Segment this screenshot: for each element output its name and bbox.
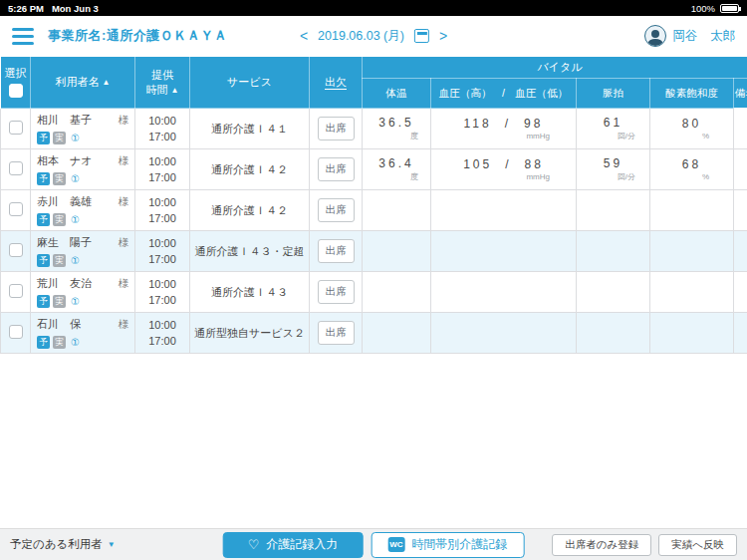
- cell-attendance: 出席: [310, 231, 363, 272]
- table-header: 選択 利用者名 ▲ 提供 時間 ▲ サービス 出欠: [1, 57, 747, 109]
- sort-arrow-icon: ▲: [171, 86, 179, 95]
- actual-badge: 実: [53, 254, 66, 267]
- cell-notes: [734, 109, 747, 149]
- plan-badge: 予: [37, 336, 50, 349]
- row-checkbox[interactable]: [9, 325, 23, 339]
- user-full-name: 石川 保: [37, 317, 81, 332]
- attendance-button[interactable]: 出席: [318, 198, 355, 222]
- cell-blood-pressure: [431, 272, 577, 313]
- cell-notes: [734, 190, 747, 231]
- cell-time: 10:00 17:00: [135, 313, 190, 354]
- bp-unit: mmHg: [431, 172, 576, 181]
- user-filter-label: 予定のある利用者: [10, 537, 103, 552]
- bp-low-value: 88: [525, 157, 544, 171]
- temperature-unit: 度: [363, 171, 430, 182]
- row-checkbox[interactable]: [9, 284, 23, 298]
- register-attendees-only-button[interactable]: 出席者のみ登録: [552, 534, 651, 556]
- row-checkbox[interactable]: [9, 161, 23, 175]
- plan-badge: 予: [37, 172, 50, 185]
- honorific-label: 様: [119, 236, 129, 250]
- cell-select: [1, 231, 31, 272]
- attendance-button[interactable]: 出席: [318, 321, 355, 345]
- menu-icon[interactable]: [12, 28, 34, 45]
- user-name-column-header[interactable]: 利用者名 ▲: [31, 57, 135, 109]
- time-end: 17:00: [135, 292, 189, 309]
- table-row: 相本 ナオ 様 予 実 ① 10:00 17:00 通所介護Ｉ４２ 出席 36.…: [1, 149, 747, 190]
- status-bar: 5:26 PM Mon Jun 3 100%: [0, 0, 747, 16]
- app-header: 事業所名:通所介護ＯＫＡＹＡ < 2019.06.03 (月) > 岡谷 太郎: [0, 16, 747, 56]
- table-row: 相川 基子 様 予 実 ① 10:00 17:00 通所介護Ｉ４１ 出席 36.…: [1, 109, 747, 149]
- cell-time: 10:00 17:00: [135, 231, 190, 272]
- cell-blood-pressure: 105 / 88 mmHg: [431, 149, 577, 190]
- calendar-icon[interactable]: [414, 29, 429, 43]
- actual-badge: 実: [53, 295, 66, 308]
- care-level-icon: ①: [71, 297, 80, 307]
- attendance-button[interactable]: 出席: [318, 239, 355, 263]
- honorific-label: 様: [119, 114, 129, 128]
- cell-time: 10:00 17:00: [135, 190, 190, 231]
- cell-service: 通所型独自サービス２: [190, 313, 310, 354]
- cell-time: 10:00 17:00: [135, 109, 190, 149]
- care-record-input-label: 介護記録入力: [266, 536, 338, 553]
- bp-slash: /: [505, 117, 511, 131]
- pulse-column-header: 脈拍: [577, 79, 650, 109]
- cell-oxygen-saturation: [650, 313, 734, 354]
- user-account[interactable]: 岡谷 太郎: [644, 25, 736, 47]
- attendance-button[interactable]: 出席: [318, 117, 355, 140]
- row-checkbox[interactable]: [9, 202, 23, 216]
- plan-badge: 予: [37, 132, 50, 144]
- current-date[interactable]: 2019.06.03 (月): [318, 28, 404, 45]
- time-column-label-2: 時間: [146, 84, 168, 96]
- pulse-value: 61: [577, 116, 649, 130]
- row-checkbox[interactable]: [9, 243, 23, 257]
- pulse-value: 59: [577, 156, 649, 170]
- wc-icon: WC: [387, 537, 404, 552]
- table-row: 赤川 義雄 様 予 実 ① 10:00 17:00 通所介護Ｉ４２ 出席: [1, 190, 747, 231]
- user-full-name: 荒川 友治: [37, 276, 92, 291]
- time-end: 17:00: [135, 251, 189, 268]
- attendance-column-header[interactable]: 出欠: [310, 57, 363, 109]
- cell-service: 通所介護Ｉ４３・定超: [190, 231, 310, 272]
- cell-attendance: 出席: [310, 149, 363, 190]
- pulse-unit: 回/分: [577, 171, 649, 182]
- timeslot-care-record-button[interactable]: WC 時間帯別介護記録: [371, 532, 524, 558]
- temperature-value: 36.5: [363, 116, 430, 130]
- cell-blood-pressure: [431, 190, 577, 231]
- cell-notes: [734, 272, 747, 313]
- user-full-name: 相本 ナオ: [37, 153, 93, 168]
- select-all-checkbox[interactable]: [9, 84, 23, 98]
- prev-date-button[interactable]: <: [300, 29, 308, 43]
- time-start: 10:00: [135, 153, 189, 170]
- cell-user-name: 相本 ナオ 様 予 実 ①: [31, 149, 135, 190]
- cell-attendance: 出席: [310, 272, 363, 313]
- office-name: 事業所名:通所介護ＯＫＡＹＡ: [48, 27, 227, 45]
- row-checkbox[interactable]: [9, 121, 23, 135]
- care-level-icon: ①: [71, 174, 80, 184]
- plan-badge: 予: [37, 295, 50, 308]
- cell-oxygen-saturation: 68 %: [650, 149, 734, 190]
- cell-pulse: 61 回/分: [577, 109, 650, 149]
- reflect-to-actual-button[interactable]: 実績へ反映: [658, 534, 737, 556]
- cell-user-name: 相川 基子 様 予 実 ①: [31, 109, 135, 149]
- attendance-button[interactable]: 出席: [318, 280, 355, 304]
- cell-notes: [734, 149, 747, 190]
- table-row: 麻生 陽子 様 予 実 ① 10:00 17:00 通所介護Ｉ４３・定超 出席: [1, 231, 747, 272]
- plan-badge: 予: [37, 254, 50, 267]
- time-column-header[interactable]: 提供 時間 ▲: [135, 57, 190, 109]
- time-start: 10:00: [135, 276, 189, 293]
- temperature-value: 36.4: [363, 156, 430, 170]
- next-date-button[interactable]: >: [439, 29, 447, 43]
- spo2-value: 80: [650, 117, 733, 131]
- select-column-header: 選択: [1, 57, 31, 109]
- honorific-label: 様: [119, 195, 129, 209]
- select-column-label: 選択: [1, 66, 30, 81]
- user-filter-dropdown[interactable]: 予定のある利用者 ▼: [10, 537, 116, 552]
- attendance-button[interactable]: 出席: [318, 157, 355, 181]
- care-record-input-button[interactable]: ♡ 介護記録入力: [223, 532, 364, 558]
- bottom-toolbar: 予定のある利用者 ▼ ♡ 介護記録入力 WC 時間帯別介護記録 出席者のみ登録 …: [0, 528, 747, 560]
- battery-percent: 100%: [691, 3, 715, 14]
- cell-oxygen-saturation: [650, 231, 734, 272]
- cell-blood-pressure: 118 / 98 mmHg: [431, 109, 577, 149]
- honorific-label: 様: [119, 318, 129, 332]
- cell-pulse: [577, 272, 650, 313]
